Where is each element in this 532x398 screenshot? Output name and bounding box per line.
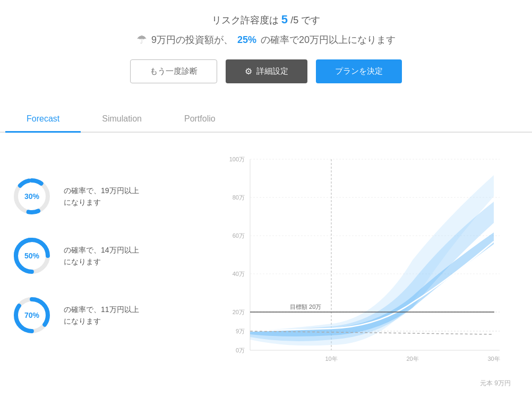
decide-plan-button[interactable]: プランを決定 — [316, 59, 402, 83]
diagnose-again-button[interactable]: もう一度診断 — [130, 59, 217, 83]
chart-area: 100万 80万 60万 40万 20万 9万 0万 — [202, 154, 521, 377]
donut-30: 30% — [11, 175, 53, 218]
svg-text:60万: 60万 — [233, 232, 245, 239]
source-note: 元本 9万円 — [202, 377, 521, 388]
svg-text:80万: 80万 — [233, 194, 245, 201]
donut-50-label: 50% — [24, 252, 39, 260]
prob-30-line1: の確率で、19万円以上 — [64, 185, 139, 196]
risk-title: リスク許容度は 5 /5 です — [11, 13, 521, 27]
svg-text:30年: 30年 — [487, 356, 500, 362]
forecast-chart: 100万 80万 60万 40万 20万 9万 0万 — [202, 154, 521, 377]
probability-item-50: 50% の確率で、14万円以上 になります — [11, 235, 202, 277]
risk-suffix: /5 です — [290, 15, 320, 25]
settings-button[interactable]: ⚙ 詳細設定 — [226, 59, 307, 83]
settings-label: 詳細設定 — [256, 66, 288, 76]
svg-text:100万: 100万 — [229, 156, 245, 162]
prob-50-line2: になります — [64, 256, 139, 267]
tab-simulation[interactable]: Simulation — [81, 107, 163, 133]
tabs-bar: Forecast Simulation Portfolio — [0, 107, 532, 133]
subtitle-highlight: 25% — [237, 34, 256, 46]
donut-50: 50% — [11, 235, 53, 277]
settings-icon: ⚙ — [245, 66, 252, 76]
tab-forecast[interactable]: Forecast — [5, 107, 81, 133]
risk-label: リスク許容度は — [212, 15, 279, 25]
prob-70-line1: の確率で、11万円以上 — [64, 304, 139, 315]
prob-50-line1: の確率で、14万円以上 — [64, 244, 139, 256]
prob-30-line2: になります — [64, 196, 139, 208]
svg-text:目標額 20万: 目標額 20万 — [290, 304, 321, 310]
prob-50-text: の確率で、14万円以上 になります — [64, 244, 139, 268]
svg-text:20年: 20年 — [406, 356, 418, 362]
probability-item-30: 30% の確率で、19万円以上 になります — [11, 175, 202, 218]
button-row: もう一度診断 ⚙ 詳細設定 プランを決定 — [11, 59, 521, 83]
svg-text:10年: 10年 — [325, 356, 337, 362]
svg-text:20万: 20万 — [233, 309, 245, 315]
subtitle-prefix: 9万円の投資額が、 — [151, 33, 233, 46]
umbrella-icon: ☂ — [136, 33, 147, 47]
prob-30-text: の確率で、19万円以上 になります — [64, 185, 139, 209]
forecast-subtitle: ☂ 9万円の投資額が、 25% の確率で20万円以上になります — [11, 33, 521, 47]
donut-30-label: 30% — [24, 192, 39, 201]
header-section: リスク許容度は 5 /5 です ☂ 9万円の投資額が、 25% の確率で20万円… — [0, 0, 532, 107]
main-content: 30% の確率で、19万円以上 になります 50% の確率で、14万円以上 にな… — [0, 143, 532, 398]
donut-70: 70% — [11, 294, 53, 336]
prob-70-text: の確率で、11万円以上 になります — [64, 304, 139, 327]
svg-text:9万: 9万 — [236, 328, 245, 334]
left-panel: 30% の確率で、19万円以上 になります 50% の確率で、14万円以上 にな… — [11, 154, 202, 388]
prob-70-line2: になります — [64, 315, 139, 327]
right-panel: 100万 80万 60万 40万 20万 9万 0万 — [202, 154, 521, 388]
donut-70-label: 70% — [24, 311, 39, 319]
tab-portfolio[interactable]: Portfolio — [163, 107, 237, 133]
probability-item-70: 70% の確率で、11万円以上 になります — [11, 294, 202, 336]
subtitle-suffix: の確率で20万円以上になります — [261, 33, 396, 46]
risk-value: 5 — [281, 13, 288, 26]
svg-text:0万: 0万 — [236, 347, 245, 353]
svg-text:40万: 40万 — [233, 271, 245, 277]
